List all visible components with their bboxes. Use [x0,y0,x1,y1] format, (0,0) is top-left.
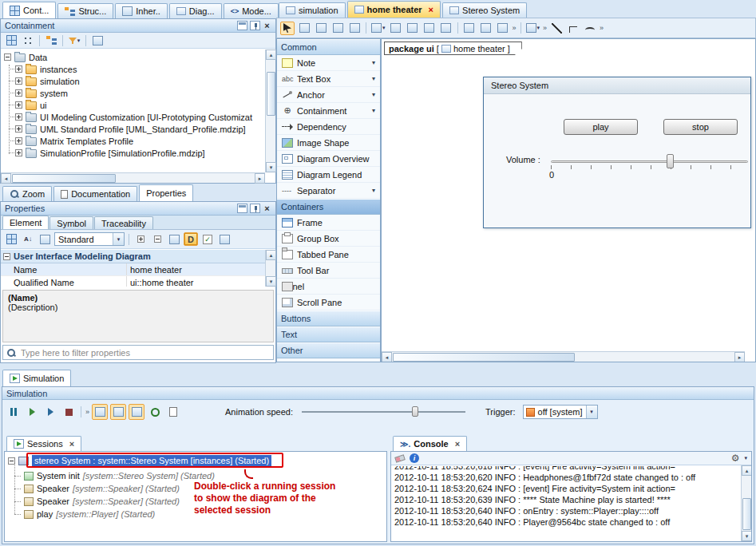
collapse-icon[interactable] [8,457,15,465]
tree-row[interactable]: ui [1,99,265,111]
edit-compartment-icon[interactable] [525,22,541,35]
scroll-left-icon[interactable] [1,173,11,184]
collapse-icon[interactable] [4,53,11,61]
palette-header-containers[interactable]: Containers [277,199,380,215]
expand-arrow-icon[interactable] [370,107,378,114]
tab-documentation[interactable]: Documentation [53,186,137,201]
palette-item-diagram-legend[interactable]: Diagram Legend [277,167,380,183]
close-tab-icon[interactable] [455,440,460,449]
tab-properties[interactable]: Properties [139,184,193,201]
tree-row[interactable]: Matrix Templates Profile [1,135,265,147]
overflow-icon[interactable] [600,24,604,32]
expand-icon[interactable] [15,149,22,156]
palette-item-containment[interactable]: Containment [277,103,380,119]
sort-alphabetically-icon[interactable] [21,232,35,246]
curved-path-icon[interactable] [583,22,597,35]
clear-console-icon[interactable] [394,454,406,462]
property-row[interactable]: Name home theater [1,263,265,276]
float-icon[interactable] [237,204,247,213]
expand-icon[interactable] [15,137,22,144]
categorized-view-icon[interactable] [4,232,18,246]
note-tool-icon[interactable] [331,22,345,35]
scroll-down-icon[interactable] [742,531,752,541]
scroll-down-icon[interactable] [266,162,276,172]
structure-view-icon[interactable] [21,34,35,47]
dropdown-arrow-icon[interactable] [744,455,747,461]
options-icon[interactable] [90,34,105,47]
tab-stereo-system-diagram[interactable]: Stereo System [442,2,527,18]
session-child-row[interactable]: System init[system::Stereo System] (Star… [14,469,215,482]
scroll-up-icon[interactable] [742,465,752,476]
palette-header-common[interactable]: Common [277,39,380,55]
properties-filter-input[interactable] [19,347,270,358]
property-value[interactable]: home theater [127,263,265,275]
palette-item-dependency[interactable]: Dependency [277,119,380,135]
close-tab-icon[interactable] [429,6,433,14]
close-icon[interactable] [263,21,271,30]
play-button[interactable]: play [564,119,638,135]
tab-sessions[interactable]: Sessions [6,436,81,451]
customize-icon[interactable] [217,232,232,246]
scroll-up-icon[interactable] [266,250,276,260]
scroll-right-icon[interactable] [255,173,265,184]
palette-header-buttons[interactable]: Buttons [277,311,380,326]
layout-icon[interactable] [462,22,477,35]
tab-traceability[interactable]: Traceability [94,216,153,229]
mode-dropdown[interactable]: Standard [54,232,125,246]
expand-icon[interactable] [15,77,22,85]
scroll-right-icon[interactable] [734,352,745,362]
scroll-down-icon[interactable] [266,276,276,287]
horizontal-scrollbar[interactable] [1,172,265,183]
stereo-system-window[interactable]: Stereo System play stop Volume : 0 [483,77,751,228]
terminate-button[interactable] [61,404,77,420]
expand-all-icon[interactable] [133,232,148,246]
rectilinear-path-icon[interactable] [566,22,580,35]
tree-row[interactable]: Data [1,51,265,63]
tab-simulation-diagram[interactable]: simulation [279,2,346,18]
tab-zoom[interactable]: Zoom [2,186,52,201]
distribute-vertical-icon[interactable] [389,22,403,35]
tab-model-extensions[interactable]: Mode... [224,3,279,18]
tree-view-icon[interactable] [44,34,58,47]
diagram-canvas[interactable]: package ui[home theater] Stereo System p… [381,38,756,362]
silent-mode-toggle[interactable] [147,404,163,420]
expand-arrow-icon[interactable] [370,91,378,98]
swimlane-tool-icon[interactable] [297,22,311,35]
animation-speed-slider[interactable] [302,406,465,418]
tree-row[interactable]: SimulationProfile [SimulationProfile.mdz… [1,147,265,159]
overflow-icon[interactable] [543,24,547,32]
slider-thumb[interactable] [412,406,418,417]
step-into-button[interactable] [24,404,40,420]
tab-structure[interactable]: Struc... [57,3,113,18]
tree-row[interactable]: simulation [1,75,265,87]
align-left-icon[interactable] [406,22,420,35]
selection-tool-icon[interactable] [280,22,295,35]
palette-item-anchor[interactable]: Anchor [277,87,380,103]
pin-icon[interactable] [250,21,260,30]
vertical-scrollbar[interactable] [741,465,751,541]
expand-icon[interactable] [15,89,22,97]
make-same-size-icon[interactable] [439,22,453,35]
scrollbar-thumb[interactable] [267,72,275,116]
trigger-dropdown[interactable]: off [system] [523,405,598,419]
scrollbar-thumb[interactable] [742,498,751,530]
collapse-icon[interactable] [3,253,10,260]
palette-item-tabbed-pane[interactable]: Tabbed Pane [277,247,380,263]
tab-inheritance[interactable]: Inher.. [115,3,168,18]
actor-tool-icon[interactable] [314,22,328,35]
tree-row[interactable]: UI Modeling Customization [UI-Prototypin… [1,111,265,123]
palette-item-image-shape[interactable]: Image Shape [277,135,380,151]
layout-tree-icon[interactable] [479,22,493,35]
scroll-left-icon[interactable] [382,352,392,362]
export-results-button[interactable] [165,404,181,420]
expand-icon[interactable] [15,125,22,133]
session-child-row[interactable]: Speaker[system::Speaker] (Started) [14,482,180,495]
property-section-header[interactable]: User Interface Modeling Diagram [1,250,265,263]
scroll-up-icon[interactable] [266,49,276,60]
constraint-tool-icon[interactable] [347,22,362,35]
float-icon[interactable] [237,21,247,30]
checked-properties-icon[interactable] [200,232,215,246]
sessions-toggle[interactable] [110,404,126,420]
console-log-list[interactable]: 2012-10-11 18:53:20,618 INFO : [event] F… [394,466,740,541]
tab-console[interactable]: Console [393,436,467,451]
